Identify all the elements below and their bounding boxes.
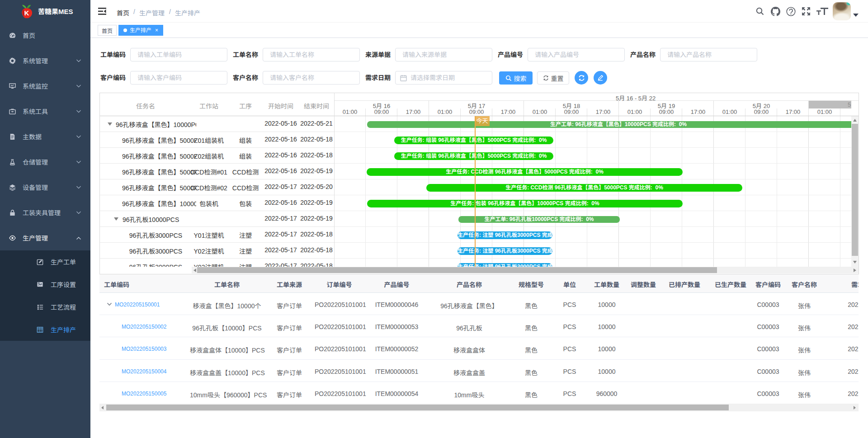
svg-text:K: K (24, 9, 29, 17)
